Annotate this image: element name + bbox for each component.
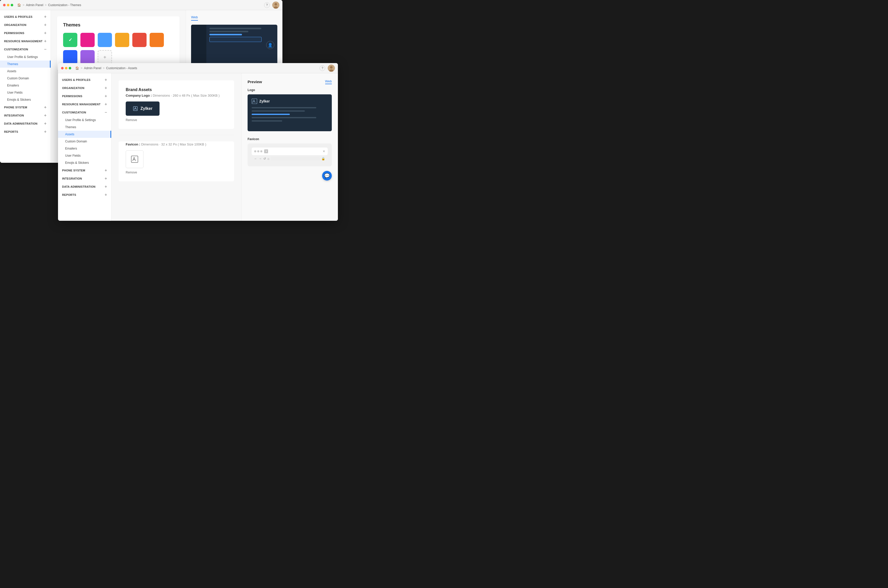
sidebar-item-resource-management[interactable]: RESOURCE MANAGEMENT +	[0, 37, 51, 45]
sidebar-sub-themes[interactable]: Themes	[0, 60, 51, 68]
chat-section: 💬	[248, 170, 285, 181]
remove-favicon-link[interactable]: Remove	[126, 171, 227, 174]
sidebar-item-phone[interactable]: PHONE SYSTEM +	[0, 103, 51, 111]
sidebar-item-permissions[interactable]: PERMISSIONS +	[58, 92, 111, 100]
theme-swatch-green[interactable]	[63, 33, 77, 47]
expand-icon: +	[44, 23, 47, 27]
preview-header: Preview Web	[248, 80, 285, 84]
sidebar-item-reports[interactable]: REPORTS +	[0, 128, 51, 136]
minimize-dot[interactable]	[65, 67, 68, 69]
sidebar-sub-assets[interactable]: Assets	[0, 68, 51, 75]
sidebar-sub-user-profile[interactable]: User Profile & Settings	[58, 117, 111, 124]
sidebar-item-resource-management[interactable]: RESOURCE MANAGEMENT +	[58, 100, 111, 108]
assets-window: 🏠 > Admin Panel > Customization - Assets…	[58, 63, 285, 188]
sidebar-item-users-profiles[interactable]: USERS & PROFILES +	[0, 13, 51, 21]
nav-forward[interactable]: →	[259, 157, 262, 160]
browser-dot-2	[257, 150, 259, 152]
company-logo-label: Company Logo : Dimensions · 260 x 48 Px …	[126, 94, 227, 98]
theme-swatch-blue[interactable]	[98, 33, 112, 47]
assets-body: USERS & PROFILES + ORGANIZATION + PERMIS…	[58, 73, 285, 188]
theme-swatch-pink[interactable]	[80, 33, 95, 47]
nav-reload[interactable]: ↺	[263, 157, 266, 160]
breadcrumb-current: Customization - Assets	[106, 66, 137, 70]
home-icon[interactable]: 🏠	[17, 3, 21, 7]
sidebar-sub-assets[interactable]: Assets	[58, 131, 111, 138]
expand-icon: +	[44, 31, 47, 35]
maximize-dot[interactable]	[69, 67, 71, 69]
avatar[interactable]	[272, 2, 279, 9]
close-dot[interactable]	[3, 4, 6, 6]
logo-preview-label: Logo	[248, 88, 285, 92]
expand-icon: +	[44, 15, 47, 19]
themes-titlebar: 🏠 > Admin Panel > Customization - Themes…	[0, 0, 282, 10]
sidebar-sub-custom-domain[interactable]: Custom Domain	[0, 75, 51, 82]
expand-icon: +	[105, 86, 107, 90]
sidebar-item-users-profiles[interactable]: USERS & PROFILES +	[58, 76, 111, 84]
preview-line-3	[252, 114, 285, 115]
browser-bar: ✕	[252, 147, 285, 155]
breadcrumb-current: Customization - Themes	[48, 3, 81, 7]
minimize-dot[interactable]	[7, 4, 9, 6]
sidebar-item-data-admin[interactable]: DATA ADMINISTRATION +	[58, 183, 111, 188]
home-icon[interactable]: 🏠	[75, 66, 79, 70]
expand-icon: +	[44, 105, 47, 110]
favicon-label: Favicon : Dimensions · 32 x 32 Px ( Max …	[126, 142, 227, 146]
sidebar-sub-emailers[interactable]: Emailers	[0, 82, 51, 89]
brand-assets-section: Brand Assets Company Logo : Dimensions ·…	[119, 80, 234, 129]
sidebar-item-customization[interactable]: CUSTOMIZATION −	[58, 108, 111, 117]
mockup-input	[209, 37, 261, 42]
theme-swatch-orange[interactable]	[150, 33, 164, 47]
sidebar-sub-emojis[interactable]: Emojis & Stickers	[0, 96, 51, 103]
sidebar-item-phone[interactable]: PHONE SYSTEM +	[58, 166, 111, 174]
browser-url[interactable]	[271, 157, 285, 161]
sidebar-item-data-admin[interactable]: DATA ADMINISTRATION +	[0, 120, 51, 128]
sidebar-sub-user-profile[interactable]: User Profile & Settings	[0, 53, 51, 60]
close-dot[interactable]	[61, 67, 64, 69]
sidebar-sub-emailers[interactable]: Emailers	[58, 145, 111, 152]
sidebar-sub-custom-domain[interactable]: Custom Domain	[58, 138, 111, 145]
sidebar-sub-emojis[interactable]: Emojis & Stickers	[58, 159, 111, 166]
themes-sidebar: USERS & PROFILES + ORGANIZATION + PERMIS…	[0, 10, 51, 163]
sidebar-item-customization[interactable]: CUSTOMIZATION −	[0, 45, 51, 53]
preview-logo-text: Zylker	[259, 99, 270, 103]
theme-swatch-darkblue[interactable]	[63, 50, 77, 64]
nav-home[interactable]: ⌂	[267, 157, 269, 160]
favicon-upload-area[interactable]	[126, 150, 144, 168]
remove-logo-link[interactable]: Remove	[126, 118, 227, 122]
sidebar-item-permissions[interactable]: PERMISSIONS +	[0, 29, 51, 37]
assets-titlebar: 🏠 > Admin Panel > Customization - Assets…	[58, 63, 285, 73]
theme-swatch-red[interactable]	[132, 33, 147, 47]
svg-rect-9	[265, 150, 267, 153]
browser-dot-3	[260, 150, 262, 152]
breadcrumb-admin[interactable]: Admin Panel	[84, 66, 101, 70]
sidebar-sub-themes[interactable]: Themes	[58, 124, 111, 131]
nav-back[interactable]: ←	[254, 157, 257, 160]
collapse-icon: −	[44, 47, 47, 51]
sidebar-item-organization[interactable]: ORGANIZATION +	[0, 21, 51, 29]
sidebar-item-integration[interactable]: INTEGRATION +	[0, 111, 51, 120]
assets-main: Brand Assets Company Logo : Dimensions ·…	[111, 73, 285, 188]
page-title: Themes	[63, 22, 174, 28]
help-button[interactable]: ?	[264, 2, 270, 8]
theme-swatch-add[interactable]: +	[98, 50, 112, 64]
zylker-logo-icon	[133, 106, 138, 111]
favicon-icon	[131, 155, 138, 163]
browser-dots	[254, 150, 262, 152]
theme-swatch-purple[interactable]	[80, 50, 95, 64]
sidebar-sub-user-fields[interactable]: User Fields	[58, 152, 111, 159]
favicon-section: Favicon : Dimensions · 32 x 32 Px ( Max …	[119, 141, 234, 182]
maximize-dot[interactable]	[11, 4, 13, 6]
preview-web-tab[interactable]: Web	[191, 15, 198, 21]
logo-upload-area[interactable]: Zylker	[126, 102, 159, 116]
sidebar-sub-user-fields[interactable]: User Fields	[0, 89, 51, 96]
preview-title: Preview	[248, 80, 262, 84]
assets-preview: Preview Web Logo Zylker	[241, 73, 285, 188]
expand-icon: +	[44, 113, 47, 117]
sidebar-item-organization[interactable]: ORGANIZATION +	[58, 84, 111, 92]
sidebar-item-integration[interactable]: INTEGRATION +	[58, 174, 111, 183]
titlebar-actions: ?	[264, 2, 279, 9]
browser-favicon	[264, 150, 268, 153]
theme-swatch-yellow[interactable]	[115, 33, 129, 47]
expand-icon: +	[105, 78, 107, 82]
breadcrumb-admin[interactable]: Admin Panel	[26, 3, 43, 7]
